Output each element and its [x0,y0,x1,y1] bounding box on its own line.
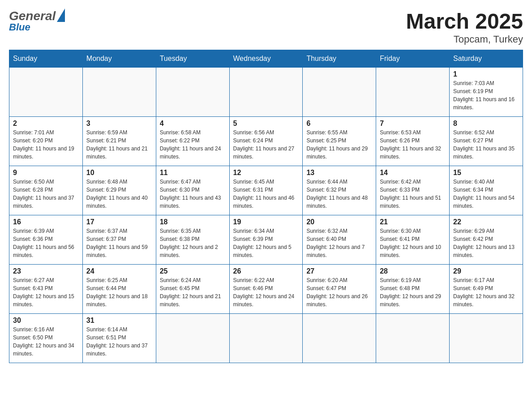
day-info: Sunrise: 7:03 AM Sunset: 6:19 PM Dayligh… [453,79,519,111]
page-header: General Blue March 2025 Topcam, Turkey [9,9,523,45]
calendar-cell: 7Sunrise: 6:53 AM Sunset: 6:26 PM Daylig… [376,117,450,166]
calendar-cell: 1Sunrise: 7:03 AM Sunset: 6:19 PM Daylig… [450,68,523,117]
day-number: 5 [233,120,299,128]
day-number: 3 [86,120,152,128]
day-info: Sunrise: 6:27 AM Sunset: 6:43 PM Dayligh… [13,276,79,308]
location-subtitle: Topcam, Turkey [406,34,523,45]
logo: General Blue [9,9,65,33]
day-info: Sunrise: 6:16 AM Sunset: 6:50 PM Dayligh… [13,325,79,358]
calendar-cell: 22Sunrise: 6:29 AM Sunset: 6:42 PM Dayli… [450,215,523,265]
calendar-cell: 19Sunrise: 6:34 AM Sunset: 6:39 PM Dayli… [229,215,303,265]
logo-blue-text: Blue [9,21,30,33]
calendar-cell: 17Sunrise: 6:37 AM Sunset: 6:37 PM Dayli… [82,215,156,265]
day-info: Sunrise: 6:48 AM Sunset: 6:29 PM Dayligh… [86,178,152,210]
calendar-cell [376,68,450,117]
day-number: 30 [13,317,79,325]
logo-triangle-icon [57,9,65,22]
calendar-cell [156,314,229,363]
day-info: Sunrise: 6:22 AM Sunset: 6:46 PM Dayligh… [233,276,299,308]
day-info: Sunrise: 6:19 AM Sunset: 6:48 PM Dayligh… [380,276,446,308]
calendar-cell: 6Sunrise: 6:55 AM Sunset: 6:25 PM Daylig… [303,117,376,166]
day-number: 17 [86,218,152,226]
day-number: 31 [86,317,152,325]
calendar-cell: 18Sunrise: 6:35 AM Sunset: 6:38 PM Dayli… [156,215,229,265]
day-number: 8 [453,120,519,128]
day-number: 21 [380,218,446,226]
day-info: Sunrise: 6:40 AM Sunset: 6:34 PM Dayligh… [453,178,519,210]
day-number: 18 [160,218,226,226]
calendar-cell: 16Sunrise: 6:39 AM Sunset: 6:36 PM Dayli… [9,215,83,265]
calendar-cell: 5Sunrise: 6:56 AM Sunset: 6:24 PM Daylig… [229,117,303,166]
calendar-week-row: 9Sunrise: 6:50 AM Sunset: 6:28 PM Daylig… [9,166,523,215]
calendar-week-row: 16Sunrise: 6:39 AM Sunset: 6:36 PM Dayli… [9,215,523,265]
calendar-cell: 28Sunrise: 6:19 AM Sunset: 6:48 PM Dayli… [376,265,450,314]
month-year-title: March 2025 [406,9,523,34]
calendar-cell: 30Sunrise: 6:16 AM Sunset: 6:50 PM Dayli… [9,314,83,363]
calendar-cell: 8Sunrise: 6:52 AM Sunset: 6:27 PM Daylig… [450,117,523,166]
calendar-cell: 9Sunrise: 6:50 AM Sunset: 6:28 PM Daylig… [9,166,83,215]
day-info: Sunrise: 6:30 AM Sunset: 6:41 PM Dayligh… [380,227,446,259]
day-info: Sunrise: 6:55 AM Sunset: 6:25 PM Dayligh… [306,128,372,161]
day-info: Sunrise: 6:37 AM Sunset: 6:37 PM Dayligh… [86,227,152,259]
day-number: 11 [160,169,226,177]
calendar-header-tuesday: Tuesday [156,50,229,68]
day-info: Sunrise: 6:29 AM Sunset: 6:42 PM Dayligh… [453,227,519,259]
day-info: Sunrise: 6:20 AM Sunset: 6:47 PM Dayligh… [306,276,372,308]
day-number: 28 [380,267,446,275]
day-info: Sunrise: 6:25 AM Sunset: 6:44 PM Dayligh… [86,276,152,308]
calendar-cell: 24Sunrise: 6:25 AM Sunset: 6:44 PM Dayli… [82,265,156,314]
day-info: Sunrise: 6:17 AM Sunset: 6:49 PM Dayligh… [453,276,519,308]
calendar-cell: 27Sunrise: 6:20 AM Sunset: 6:47 PM Dayli… [303,265,376,314]
day-info: Sunrise: 6:45 AM Sunset: 6:31 PM Dayligh… [233,178,299,210]
day-info: Sunrise: 6:39 AM Sunset: 6:36 PM Dayligh… [13,227,79,259]
calendar-header-row: SundayMondayTuesdayWednesdayThursdayFrid… [9,50,523,68]
calendar-cell: 23Sunrise: 6:27 AM Sunset: 6:43 PM Dayli… [9,265,83,314]
day-info: Sunrise: 7:01 AM Sunset: 6:20 PM Dayligh… [13,128,79,161]
title-block: March 2025 Topcam, Turkey [406,9,523,45]
day-info: Sunrise: 6:14 AM Sunset: 6:51 PM Dayligh… [86,325,152,358]
day-info: Sunrise: 6:42 AM Sunset: 6:33 PM Dayligh… [380,178,446,210]
day-info: Sunrise: 6:47 AM Sunset: 6:30 PM Dayligh… [160,178,226,210]
day-info: Sunrise: 6:53 AM Sunset: 6:26 PM Dayligh… [380,128,446,161]
day-number: 13 [306,169,372,177]
calendar-cell: 3Sunrise: 6:59 AM Sunset: 6:21 PM Daylig… [82,117,156,166]
day-info: Sunrise: 6:34 AM Sunset: 6:39 PM Dayligh… [233,227,299,259]
day-number: 15 [453,169,519,177]
calendar-cell: 11Sunrise: 6:47 AM Sunset: 6:30 PM Dayli… [156,166,229,215]
day-info: Sunrise: 6:52 AM Sunset: 6:27 PM Dayligh… [453,128,519,161]
day-info: Sunrise: 6:44 AM Sunset: 6:32 PM Dayligh… [306,178,372,210]
calendar-cell [450,314,523,363]
calendar-cell: 29Sunrise: 6:17 AM Sunset: 6:49 PM Dayli… [450,265,523,314]
calendar-week-row: 30Sunrise: 6:16 AM Sunset: 6:50 PM Dayli… [9,314,523,363]
day-info: Sunrise: 6:35 AM Sunset: 6:38 PM Dayligh… [160,227,226,259]
calendar-cell: 2Sunrise: 7:01 AM Sunset: 6:20 PM Daylig… [9,117,83,166]
calendar-cell: 26Sunrise: 6:22 AM Sunset: 6:46 PM Dayli… [229,265,303,314]
calendar-cell [229,68,303,117]
day-number: 6 [306,120,372,128]
calendar-cell [376,314,450,363]
calendar-cell: 12Sunrise: 6:45 AM Sunset: 6:31 PM Dayli… [229,166,303,215]
calendar-cell [9,68,83,117]
calendar-header-friday: Friday [376,50,450,68]
calendar-header-sunday: Sunday [9,50,83,68]
calendar-cell: 15Sunrise: 6:40 AM Sunset: 6:34 PM Dayli… [450,166,523,215]
day-number: 19 [233,218,299,226]
calendar-header-wednesday: Wednesday [229,50,303,68]
calendar-week-row: 1Sunrise: 7:03 AM Sunset: 6:19 PM Daylig… [9,68,523,117]
calendar-cell [303,314,376,363]
calendar-cell: 10Sunrise: 6:48 AM Sunset: 6:29 PM Dayli… [82,166,156,215]
day-number: 29 [453,267,519,275]
day-info: Sunrise: 6:58 AM Sunset: 6:22 PM Dayligh… [160,128,226,161]
day-number: 4 [160,120,226,128]
calendar-week-row: 2Sunrise: 7:01 AM Sunset: 6:20 PM Daylig… [9,117,523,166]
calendar-cell: 14Sunrise: 6:42 AM Sunset: 6:33 PM Dayli… [376,166,450,215]
calendar-header-thursday: Thursday [303,50,376,68]
day-number: 16 [13,218,79,226]
day-number: 14 [380,169,446,177]
calendar-cell [303,68,376,117]
day-number: 25 [160,267,226,275]
calendar-week-row: 23Sunrise: 6:27 AM Sunset: 6:43 PM Dayli… [9,265,523,314]
day-number: 1 [453,70,519,78]
calendar-cell: 20Sunrise: 6:32 AM Sunset: 6:40 PM Dayli… [303,215,376,265]
day-number: 23 [13,267,79,275]
